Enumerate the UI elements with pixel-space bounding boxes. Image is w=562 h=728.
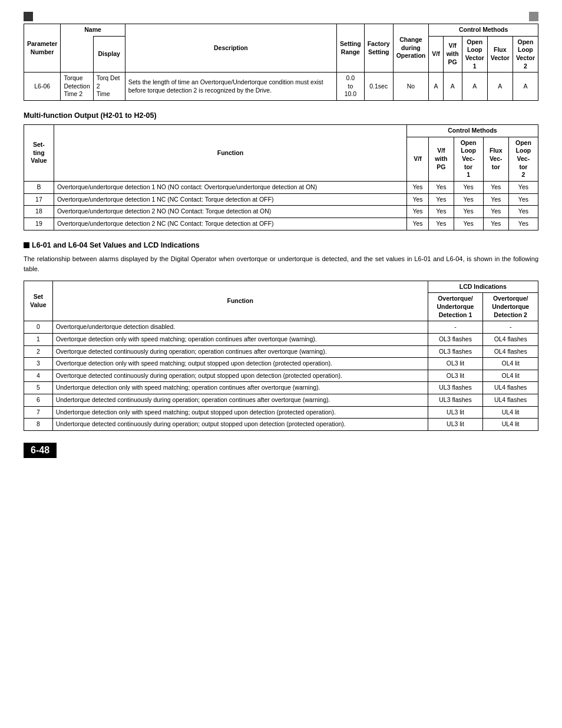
lcd-set-val: 4 (24, 370, 53, 382)
mf-function-header: Function (54, 125, 406, 182)
lcd-table: SetValue Function LCD Indications Overto… (24, 281, 538, 431)
mf-setting-value: 17 (24, 193, 54, 206)
factory-setting-header: FactorySetting (364, 24, 393, 73)
mf-olv2-val: Yes (508, 193, 538, 206)
mf-olv1: OpenLoopVec-tor1 (454, 137, 483, 181)
lcd-det2-header: Overtorque/UndertorqueDetection 2 (483, 293, 538, 321)
mf-setting-value: 19 (24, 218, 54, 230)
lcd-det1-val: UL3 flashes (428, 382, 483, 394)
lcd-det1-val: OL3 flashes (428, 333, 483, 345)
param-olv2: A (513, 73, 538, 101)
col-name (61, 36, 93, 73)
param-number-header: ParameterNumber (24, 24, 61, 73)
mf-setting-value: B (24, 181, 54, 193)
mf-flux-val: Yes (483, 206, 508, 218)
mf-vfpg-val: Yes (429, 206, 454, 218)
mf-function-text: Overtorque/undertorque detection 2 NC (N… (54, 218, 406, 230)
multifunction-section-title: Multi-function Output (H2-01 to H2-05) (24, 111, 538, 120)
lcd-det1-val: OL3 flashes (428, 345, 483, 358)
table-row: 4 Overtorque detected continuously durin… (24, 370, 538, 382)
lcd-det2-val: UL4 flashes (483, 394, 538, 407)
lcd-function-text: Overtorque/undertorque detection disable… (52, 321, 428, 334)
mf-olv2: OpenLoopVec-tor2 (508, 137, 538, 181)
mf-function-text: Overtorque/undertorque detection 2 NO (N… (54, 206, 406, 218)
param-name-bottom: Torq Det 2Time (93, 73, 125, 101)
name-header: Name (61, 24, 125, 37)
control-methods-header: Control Methods (429, 24, 538, 37)
mf-vfpg-val: Yes (429, 181, 454, 193)
page-wrapper: ParameterNumber Name Description Setting… (24, 12, 538, 458)
col-flux: FluxVector (487, 36, 513, 73)
mf-olv2-val: Yes (508, 181, 538, 193)
mf-flux-val: Yes (483, 193, 508, 206)
page-number: 6-48 (24, 443, 57, 458)
table-row: 17 Overtorque/undertorque detection 1 NC… (24, 193, 538, 206)
lcd-det2-val: OL4 flashes (483, 333, 538, 345)
lcd-set-val: 2 (24, 345, 53, 358)
lcd-function-text: Overtorque detection only with speed mat… (52, 358, 428, 370)
mf-vf-val: Yes (406, 181, 428, 193)
lcd-function-text: Undertorque detection only with speed ma… (52, 382, 428, 394)
lcd-det1-val: UL3 lit (428, 406, 483, 419)
table-row: B Overtorque/undertorque detection 1 NO … (24, 181, 538, 193)
table-row: 1 Overtorque detection only with speed m… (24, 333, 538, 345)
mf-olv1-val: Yes (454, 193, 483, 206)
mf-vf-val: Yes (406, 193, 428, 206)
table-row: 5 Undertorque detection only with speed … (24, 382, 538, 394)
mf-vfpg-val: Yes (429, 218, 454, 230)
lcd-function-text: Undertorque detected continuously during… (52, 419, 428, 431)
corner-top-left (24, 12, 33, 21)
lcd-det2-val: UL4 flashes (483, 382, 538, 394)
lcd-det1-val: OL3 lit (428, 370, 483, 382)
lcd-section-title: L6-01 and L6-04 Set Values and LCD Indic… (24, 241, 538, 249)
mf-olv1-val: Yes (454, 206, 483, 218)
lcd-det1-val: UL3 lit (428, 419, 483, 431)
mf-olv2-val: Yes (508, 218, 538, 230)
param-factory-setting: 0.1sec (364, 73, 393, 101)
col-vf: V/f (429, 36, 443, 73)
table-row: 18 Overtorque/undertorque detection 2 NO… (24, 206, 538, 218)
mf-function-text: Overtorque/undertorque detection 1 NC (N… (54, 193, 406, 206)
mf-function-text: Overtorque/undertorque detection 1 NO (N… (54, 181, 406, 193)
lcd-det1-val: OL3 lit (428, 358, 483, 370)
lcd-det2-val: OL4 lit (483, 370, 538, 382)
lcd-description: The relationship between alarms displaye… (24, 254, 538, 275)
mf-flux-val: Yes (483, 181, 508, 193)
lcd-set-value-header: SetValue (24, 281, 53, 321)
param-number: L6-06 (24, 73, 61, 101)
param-name-top: TorqueDetectionTime 2 (61, 73, 93, 101)
lcd-det1-val: UL3 flashes (428, 394, 483, 407)
corner-top-right (529, 12, 538, 21)
mf-flux: FluxVec-tor (483, 137, 508, 181)
lcd-det2-val: UL4 lit (483, 419, 538, 431)
mf-flux-val: Yes (483, 218, 508, 230)
lcd-det1-header: Overtorque/UndertorqueDetection 1 (428, 293, 483, 321)
mf-vfpg-val: Yes (429, 193, 454, 206)
parameter-table: ParameterNumber Name Description Setting… (24, 24, 538, 101)
col-vf-pg: V/fwithPG (443, 36, 462, 73)
square-bullet-icon (24, 242, 29, 248)
mf-olv1-val: Yes (454, 181, 483, 193)
mf-vf-pg: V/fwithPG (429, 137, 454, 181)
lcd-function-text: Undertorque detected continuously during… (52, 394, 428, 407)
multifunction-table: Set-tingValue Function Control Methods V… (24, 124, 538, 230)
table-row: L6-06 TorqueDetectionTime 2 Torq Det 2Ti… (24, 73, 538, 101)
lcd-set-val: 8 (24, 419, 53, 431)
col-display: Display (93, 36, 125, 73)
param-olv1: A (462, 73, 487, 101)
mf-setting-value: 18 (24, 206, 54, 218)
lcd-det2-val: UL4 lit (483, 406, 538, 419)
table-row: 19 Overtorque/undertorque detection 2 NC… (24, 218, 538, 230)
param-flux: A (487, 73, 513, 101)
param-vf: A (429, 73, 443, 101)
lcd-det2-val: OL4 flashes (483, 345, 538, 358)
mf-vf-val: Yes (406, 206, 428, 218)
lcd-indications-header: LCD Indications (428, 281, 538, 293)
description-header: Description (125, 24, 336, 73)
lcd-set-val: 5 (24, 382, 53, 394)
lcd-set-val: 6 (24, 394, 53, 407)
lcd-function-text: Undertorque detection only with speed ma… (52, 406, 428, 419)
lcd-set-val: 0 (24, 321, 53, 334)
mf-olv2-val: Yes (508, 206, 538, 218)
col-olv1: OpenLoopVector1 (462, 36, 487, 73)
